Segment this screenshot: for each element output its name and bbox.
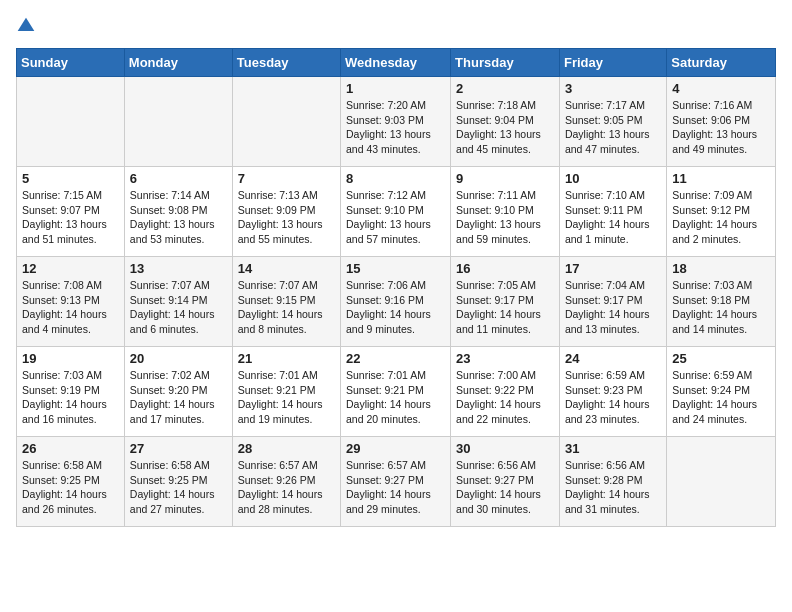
- day-number: 10: [565, 171, 661, 186]
- cell-content: Sunrise: 6:58 AMSunset: 9:25 PMDaylight:…: [22, 458, 119, 517]
- day-number: 30: [456, 441, 554, 456]
- cell-content: Sunrise: 7:11 AMSunset: 9:10 PMDaylight:…: [456, 188, 554, 247]
- weekday-header-row: SundayMondayTuesdayWednesdayThursdayFrid…: [17, 49, 776, 77]
- calendar-cell: 30Sunrise: 6:56 AMSunset: 9:27 PMDayligh…: [451, 437, 560, 527]
- weekday-header-friday: Friday: [559, 49, 666, 77]
- logo: [16, 16, 40, 36]
- day-number: 24: [565, 351, 661, 366]
- day-number: 11: [672, 171, 770, 186]
- calendar-week-row: 19Sunrise: 7:03 AMSunset: 9:19 PMDayligh…: [17, 347, 776, 437]
- generalblue-logo-icon: [16, 16, 36, 36]
- weekday-header-wednesday: Wednesday: [341, 49, 451, 77]
- calendar-cell: 8Sunrise: 7:12 AMSunset: 9:10 PMDaylight…: [341, 167, 451, 257]
- day-number: 20: [130, 351, 227, 366]
- day-number: 12: [22, 261, 119, 276]
- weekday-header-tuesday: Tuesday: [232, 49, 340, 77]
- day-number: 16: [456, 261, 554, 276]
- day-number: 13: [130, 261, 227, 276]
- cell-content: Sunrise: 7:10 AMSunset: 9:11 PMDaylight:…: [565, 188, 661, 247]
- calendar-cell: 11Sunrise: 7:09 AMSunset: 9:12 PMDayligh…: [667, 167, 776, 257]
- day-number: 28: [238, 441, 335, 456]
- cell-content: Sunrise: 7:20 AMSunset: 9:03 PMDaylight:…: [346, 98, 445, 157]
- cell-content: Sunrise: 7:07 AMSunset: 9:15 PMDaylight:…: [238, 278, 335, 337]
- calendar-cell: 18Sunrise: 7:03 AMSunset: 9:18 PMDayligh…: [667, 257, 776, 347]
- day-number: 18: [672, 261, 770, 276]
- calendar-cell: 17Sunrise: 7:04 AMSunset: 9:17 PMDayligh…: [559, 257, 666, 347]
- cell-content: Sunrise: 7:18 AMSunset: 9:04 PMDaylight:…: [456, 98, 554, 157]
- day-number: 7: [238, 171, 335, 186]
- calendar-cell: [17, 77, 125, 167]
- calendar-table: SundayMondayTuesdayWednesdayThursdayFrid…: [16, 48, 776, 527]
- calendar-cell: 16Sunrise: 7:05 AMSunset: 9:17 PMDayligh…: [451, 257, 560, 347]
- calendar-cell: 2Sunrise: 7:18 AMSunset: 9:04 PMDaylight…: [451, 77, 560, 167]
- cell-content: Sunrise: 7:09 AMSunset: 9:12 PMDaylight:…: [672, 188, 770, 247]
- calendar-cell: 21Sunrise: 7:01 AMSunset: 9:21 PMDayligh…: [232, 347, 340, 437]
- day-number: 8: [346, 171, 445, 186]
- cell-content: Sunrise: 6:58 AMSunset: 9:25 PMDaylight:…: [130, 458, 227, 517]
- day-number: 31: [565, 441, 661, 456]
- cell-content: Sunrise: 6:56 AMSunset: 9:28 PMDaylight:…: [565, 458, 661, 517]
- calendar-cell: 6Sunrise: 7:14 AMSunset: 9:08 PMDaylight…: [124, 167, 232, 257]
- calendar-cell: 25Sunrise: 6:59 AMSunset: 9:24 PMDayligh…: [667, 347, 776, 437]
- cell-content: Sunrise: 7:13 AMSunset: 9:09 PMDaylight:…: [238, 188, 335, 247]
- day-number: 19: [22, 351, 119, 366]
- cell-content: Sunrise: 6:59 AMSunset: 9:24 PMDaylight:…: [672, 368, 770, 427]
- calendar-cell: [232, 77, 340, 167]
- calendar-cell: 24Sunrise: 6:59 AMSunset: 9:23 PMDayligh…: [559, 347, 666, 437]
- day-number: 22: [346, 351, 445, 366]
- day-number: 4: [672, 81, 770, 96]
- calendar-week-row: 5Sunrise: 7:15 AMSunset: 9:07 PMDaylight…: [17, 167, 776, 257]
- day-number: 23: [456, 351, 554, 366]
- cell-content: Sunrise: 7:04 AMSunset: 9:17 PMDaylight:…: [565, 278, 661, 337]
- calendar-cell: 22Sunrise: 7:01 AMSunset: 9:21 PMDayligh…: [341, 347, 451, 437]
- day-number: 9: [456, 171, 554, 186]
- cell-content: Sunrise: 7:12 AMSunset: 9:10 PMDaylight:…: [346, 188, 445, 247]
- calendar-cell: [667, 437, 776, 527]
- calendar-cell: 26Sunrise: 6:58 AMSunset: 9:25 PMDayligh…: [17, 437, 125, 527]
- day-number: 15: [346, 261, 445, 276]
- cell-content: Sunrise: 7:17 AMSunset: 9:05 PMDaylight:…: [565, 98, 661, 157]
- day-number: 1: [346, 81, 445, 96]
- calendar-week-row: 1Sunrise: 7:20 AMSunset: 9:03 PMDaylight…: [17, 77, 776, 167]
- day-number: 21: [238, 351, 335, 366]
- day-number: 3: [565, 81, 661, 96]
- day-number: 29: [346, 441, 445, 456]
- calendar-cell: [124, 77, 232, 167]
- calendar-cell: 14Sunrise: 7:07 AMSunset: 9:15 PMDayligh…: [232, 257, 340, 347]
- cell-content: Sunrise: 7:08 AMSunset: 9:13 PMDaylight:…: [22, 278, 119, 337]
- calendar-cell: 5Sunrise: 7:15 AMSunset: 9:07 PMDaylight…: [17, 167, 125, 257]
- calendar-cell: 7Sunrise: 7:13 AMSunset: 9:09 PMDaylight…: [232, 167, 340, 257]
- calendar-cell: 1Sunrise: 7:20 AMSunset: 9:03 PMDaylight…: [341, 77, 451, 167]
- calendar-cell: 3Sunrise: 7:17 AMSunset: 9:05 PMDaylight…: [559, 77, 666, 167]
- calendar-cell: 27Sunrise: 6:58 AMSunset: 9:25 PMDayligh…: [124, 437, 232, 527]
- calendar-week-row: 26Sunrise: 6:58 AMSunset: 9:25 PMDayligh…: [17, 437, 776, 527]
- cell-content: Sunrise: 6:56 AMSunset: 9:27 PMDaylight:…: [456, 458, 554, 517]
- calendar-cell: 10Sunrise: 7:10 AMSunset: 9:11 PMDayligh…: [559, 167, 666, 257]
- calendar-cell: 9Sunrise: 7:11 AMSunset: 9:10 PMDaylight…: [451, 167, 560, 257]
- page-header: [16, 16, 776, 36]
- day-number: 6: [130, 171, 227, 186]
- calendar-cell: 23Sunrise: 7:00 AMSunset: 9:22 PMDayligh…: [451, 347, 560, 437]
- day-number: 27: [130, 441, 227, 456]
- cell-content: Sunrise: 7:03 AMSunset: 9:18 PMDaylight:…: [672, 278, 770, 337]
- cell-content: Sunrise: 7:05 AMSunset: 9:17 PMDaylight:…: [456, 278, 554, 337]
- calendar-week-row: 12Sunrise: 7:08 AMSunset: 9:13 PMDayligh…: [17, 257, 776, 347]
- calendar-cell: 31Sunrise: 6:56 AMSunset: 9:28 PMDayligh…: [559, 437, 666, 527]
- day-number: 26: [22, 441, 119, 456]
- calendar-cell: 4Sunrise: 7:16 AMSunset: 9:06 PMDaylight…: [667, 77, 776, 167]
- cell-content: Sunrise: 6:57 AMSunset: 9:26 PMDaylight:…: [238, 458, 335, 517]
- cell-content: Sunrise: 7:02 AMSunset: 9:20 PMDaylight:…: [130, 368, 227, 427]
- svg-marker-0: [18, 18, 35, 31]
- cell-content: Sunrise: 7:15 AMSunset: 9:07 PMDaylight:…: [22, 188, 119, 247]
- day-number: 2: [456, 81, 554, 96]
- cell-content: Sunrise: 6:59 AMSunset: 9:23 PMDaylight:…: [565, 368, 661, 427]
- cell-content: Sunrise: 6:57 AMSunset: 9:27 PMDaylight:…: [346, 458, 445, 517]
- calendar-cell: 15Sunrise: 7:06 AMSunset: 9:16 PMDayligh…: [341, 257, 451, 347]
- cell-content: Sunrise: 7:01 AMSunset: 9:21 PMDaylight:…: [346, 368, 445, 427]
- calendar-cell: 13Sunrise: 7:07 AMSunset: 9:14 PMDayligh…: [124, 257, 232, 347]
- calendar-cell: 29Sunrise: 6:57 AMSunset: 9:27 PMDayligh…: [341, 437, 451, 527]
- calendar-cell: 12Sunrise: 7:08 AMSunset: 9:13 PMDayligh…: [17, 257, 125, 347]
- cell-content: Sunrise: 7:03 AMSunset: 9:19 PMDaylight:…: [22, 368, 119, 427]
- calendar-cell: 19Sunrise: 7:03 AMSunset: 9:19 PMDayligh…: [17, 347, 125, 437]
- weekday-header-thursday: Thursday: [451, 49, 560, 77]
